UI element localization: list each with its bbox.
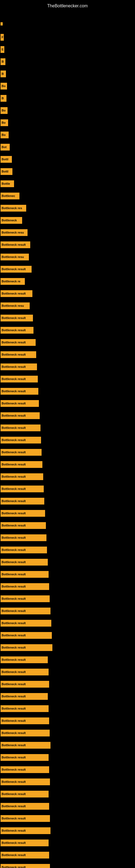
- bar-row: Bottleneck result: [1, 241, 30, 249]
- bar-row: Bottleneck result: [1, 339, 36, 347]
- bar-row: Bottleneck res: [1, 205, 26, 213]
- bar-label: Bo: [1, 131, 9, 138]
- bar-label: Bottleneck result: [1, 620, 51, 627]
- bar-label: Bottleneck result: [1, 534, 46, 541]
- bar-row: Bottleneck result: [1, 437, 41, 444]
- bar-row: Bottleneck resu: [1, 303, 30, 310]
- bar-label: Bottleneck result: [1, 608, 50, 614]
- bar-label: Bottleneck result: [1, 766, 49, 773]
- bar-label: Bottl: [1, 156, 12, 163]
- bar-row: B: [1, 95, 6, 103]
- bar-row: Bottleneck result: [1, 595, 50, 603]
- bar-label: Bottleneck result: [1, 754, 49, 761]
- bar-row: Bottleneck result: [1, 412, 40, 420]
- bar-label: Bottleneck result: [1, 522, 46, 529]
- bar-label: Bottleneck result: [1, 778, 50, 785]
- bar-row: E: [1, 46, 4, 54]
- bar-row: Bottleneck result: [1, 608, 50, 616]
- bar-label: Bottleneck result: [1, 327, 34, 334]
- bar-label: Bottleneck result: [1, 266, 32, 273]
- bar-row: Bottleneck result: [1, 583, 49, 591]
- bar-row: Bottleneck result: [1, 486, 44, 493]
- bar-label: Bottleneck result: [1, 461, 42, 468]
- bar-label: Bottleneck result: [1, 376, 38, 382]
- bar-label: Bottleneck result: [1, 827, 50, 834]
- bar-label: Bottle: [1, 180, 14, 187]
- bar-row: Bottleneck: [1, 217, 22, 225]
- bar-label: Bottleneck result: [1, 388, 38, 395]
- bar-row: F: [1, 34, 4, 42]
- bar-label: Bottleneck resu: [1, 303, 30, 309]
- bar-row: Bottleneck result: [1, 364, 37, 371]
- bar-row: Bottleneck result: [1, 632, 52, 640]
- bar-label: B: [1, 95, 6, 102]
- bar-label: Bottleneck result: [1, 815, 50, 822]
- bar-label: Bottleneck result: [1, 547, 47, 553]
- bar-row: Bottleneck result: [1, 693, 48, 701]
- bar-row: B: [1, 58, 5, 66]
- bar-row: Bottle: [1, 180, 14, 188]
- bar-row: Bottleneck result: [1, 681, 49, 689]
- bar-row: Bottleneck result: [1, 510, 45, 518]
- bar-label: Bottleneck re: [1, 278, 25, 285]
- bar-row: [1, 22, 3, 27]
- bar-row: Bo: [1, 83, 7, 91]
- bar-row: Bottleneck result: [1, 815, 50, 823]
- bar-row: Bottleneck result: [1, 742, 50, 750]
- bar-label: Bottleneck result: [1, 669, 49, 675]
- bar-row: Bottleneck result: [1, 803, 49, 811]
- bar-label: Bottleneck result: [1, 315, 33, 321]
- bar-row: Bottleneck result: [1, 754, 49, 762]
- bar-row: Bottleneck result: [1, 498, 44, 506]
- bar-label: Bottleneck result: [1, 864, 50, 868]
- bar-row: Bottleneck result: [1, 730, 50, 738]
- bar-row: Bottleneck result: [1, 778, 50, 786]
- bar-row: Bottleneck result: [1, 400, 39, 408]
- bar-label: Bottleneck result: [1, 742, 50, 749]
- bar-label: Bottleneck result: [1, 364, 37, 370]
- bar-label: Bottleneck res: [1, 205, 26, 212]
- bar-label: Bottleneck result: [1, 559, 48, 565]
- bar-row: Bottleneck resu: [1, 254, 29, 261]
- bar-row: Bottleneck result: [1, 376, 38, 383]
- bar-row: Bottleneck result: [1, 791, 49, 799]
- bar-label: Bottleneck result: [1, 290, 32, 297]
- bar-row: Bottl: [1, 168, 12, 176]
- bar-row: Bottleneck result: [1, 522, 46, 530]
- bar-label: Bottleneck result: [1, 852, 49, 859]
- bar-row: Bottl: [1, 156, 12, 164]
- bar-row: Bottleneck result: [1, 644, 52, 652]
- bar-label: Bottleneck result: [1, 632, 52, 639]
- bar-label: Bottl: [1, 168, 12, 175]
- bar-label: Bottleneck result: [1, 339, 36, 346]
- bar-row: Bottleneck result: [1, 571, 49, 579]
- bar-row: Bottleneck resu: [1, 229, 28, 237]
- bar-row: Bot: [1, 144, 10, 152]
- bar-label: E: [1, 46, 4, 53]
- bar-label: Bottlenec: [1, 193, 19, 199]
- bar-label: Bottleneck result: [1, 656, 48, 663]
- bar-row: Bottleneck result: [1, 766, 49, 774]
- bar-row: Bo: [1, 119, 8, 127]
- bar-label: Bottleneck result: [1, 449, 42, 456]
- bar-row: Bottleneck result: [1, 290, 32, 298]
- bar-label: Bottleneck result: [1, 693, 48, 700]
- bar-label: Bottleneck resu: [1, 254, 29, 260]
- bar-row: Bottleneck result: [1, 852, 49, 860]
- bar-row: Bottleneck result: [1, 473, 43, 481]
- bar-row: Bottleneck result: [1, 351, 36, 359]
- bar-label: Bottleneck result: [1, 510, 45, 517]
- bar-row: Bo: [1, 107, 8, 115]
- bar-label: Bo: [1, 83, 7, 90]
- bar-row: Bottleneck result: [1, 559, 48, 567]
- bar-label: Bottleneck result: [1, 595, 50, 602]
- bar-row: Bottlenec: [1, 193, 19, 200]
- bar-row: Bottleneck result: [1, 705, 49, 713]
- bar-label: Bottleneck result: [1, 571, 49, 578]
- bar-label: Bottleneck result: [1, 839, 49, 846]
- bar-label: Bo: [1, 119, 8, 126]
- bar-row: Bottleneck result: [1, 547, 47, 554]
- bar-row: Bottleneck result: [1, 827, 50, 835]
- bar-row: Bottleneck result: [1, 864, 50, 868]
- bar-row: Bottleneck result: [1, 327, 34, 335]
